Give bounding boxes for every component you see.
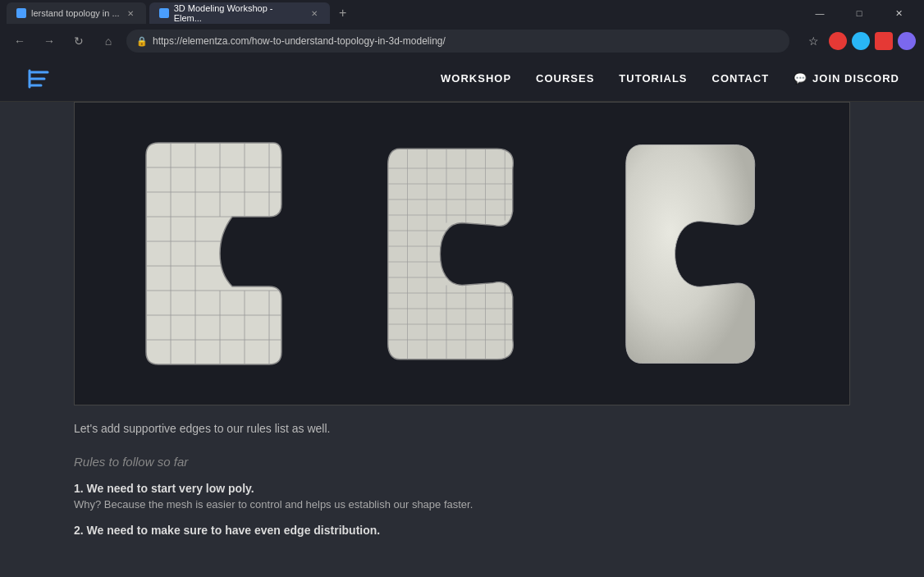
lock-icon: 🔒 (136, 36, 148, 47)
minimize-button[interactable]: — (801, 0, 839, 26)
intro-paragraph: Let's add supportive edges to our rules … (74, 422, 850, 435)
nav-links: WORKSHOP COURSES TUTORIALS CONTACT 💬 JOI… (441, 72, 899, 85)
rule-item-2: 2. We need to make sure to have even edg… (74, 524, 850, 537)
site-nav: WORKSHOP COURSES TUTORIALS CONTACT 💬 JOI… (0, 56, 924, 102)
url-bar[interactable]: 🔒 https://elementza.com/how-to-understan… (126, 30, 789, 53)
forward-button[interactable]: → (38, 30, 61, 53)
window-controls: — □ ✕ (801, 0, 917, 26)
rule-1-text: We need to start very low poly. (87, 482, 254, 495)
rules-title: Rules to follow so far (74, 455, 850, 469)
tab-active[interactable]: 3D Modeling Workshop - Elem... ✕ (149, 2, 330, 24)
nav-contact[interactable]: CONTACT (712, 72, 770, 85)
content-section: Let's add supportive edges to our rules … (0, 405, 924, 537)
model-shape-1 (117, 122, 331, 385)
website: WORKSHOP COURSES TUTORIALS CONTACT 💬 JOI… (0, 56, 924, 537)
discord-bubble-icon: 💬 (794, 72, 807, 85)
browser-chrome: lerstand topology in ... ✕ 3D Modeling W… (0, 0, 924, 56)
logo (25, 64, 54, 94)
address-bar: ← → ↻ ⌂ 🔒 https://elementza.com/how-to-u… (0, 26, 924, 56)
model-shape-3 (593, 122, 807, 385)
extension-icon-3[interactable] (875, 32, 893, 50)
nav-courses[interactable]: COURSES (536, 72, 594, 85)
back-button[interactable]: ← (8, 30, 31, 53)
title-bar: lerstand topology in ... ✕ 3D Modeling W… (0, 0, 924, 26)
home-button[interactable]: ⌂ (97, 30, 120, 53)
url-text: https://elementza.com/how-to-understand-… (153, 35, 446, 47)
rule-1-heading: 1. We need to start very low poly. (74, 482, 850, 495)
rule-1-number: 1. (74, 482, 84, 495)
tab-close-active[interactable]: ✕ (309, 7, 320, 19)
nav-tutorials[interactable]: TUTORIALS (619, 72, 687, 85)
logo-icon (25, 64, 54, 94)
extension-icon-1[interactable] (829, 32, 847, 50)
rule-2-heading: 2. We need to make sure to have even edg… (74, 524, 850, 537)
close-button[interactable]: ✕ (880, 0, 917, 26)
toolbar-icons: ☆ (803, 30, 916, 52)
wireframe-1-svg (142, 126, 306, 381)
profile-icon[interactable] (898, 32, 916, 50)
tab-active-label: 3D Modeling Workshop - Elem... (174, 3, 304, 23)
model-shape-2 (355, 122, 569, 385)
refresh-button[interactable]: ↻ (67, 30, 90, 53)
rule-2-number: 2. (74, 524, 84, 537)
maximize-button[interactable]: □ (840, 0, 878, 26)
rule-2-text: We need to make sure to have even edge d… (87, 524, 381, 537)
nav-workshop[interactable]: WORKSHOP (441, 72, 511, 85)
extension-icon-2[interactable] (852, 32, 870, 50)
bookmark-icon[interactable]: ☆ (803, 30, 824, 52)
nav-discord-label: JOIN DISCORD (812, 72, 899, 85)
3d-model-image (74, 102, 850, 405)
tab-inactive-label: lerstand topology in ... (31, 8, 120, 18)
rule-item-1: 1. We need to start very low poly. Why? … (74, 482, 850, 511)
rule-1-description: Why? Because the mesh is easier to contr… (74, 498, 850, 511)
tab-active-favicon (159, 8, 169, 18)
wireframe-2-svg (384, 133, 540, 375)
smooth-shape-svg (622, 133, 778, 375)
tab-close-inactive[interactable]: ✕ (125, 7, 136, 19)
nav-discord[interactable]: 💬 JOIN DISCORD (794, 72, 899, 85)
new-tab-button[interactable]: + (333, 3, 353, 23)
tab-favicon (16, 8, 26, 18)
tab-inactive[interactable]: lerstand topology in ... ✕ (7, 2, 146, 24)
